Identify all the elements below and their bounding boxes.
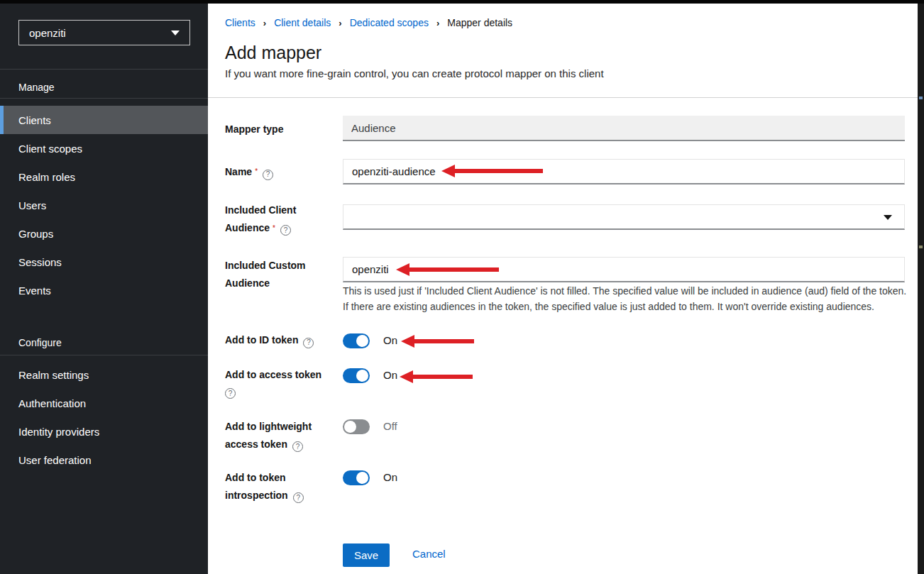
sidebar-item-sessions[interactable]: Sessions <box>0 248 208 276</box>
realm-selector-value: openziti <box>29 27 66 39</box>
included-custom-audience-input[interactable] <box>343 257 905 282</box>
page-title: Add mapper <box>225 43 321 63</box>
sidebar-divider <box>0 355 208 355</box>
sidebar-item-events[interactable]: Events <box>0 276 208 304</box>
breadcrumb-current: Mapper details <box>447 17 512 28</box>
nav-section-manage: Manage <box>18 82 55 93</box>
save-button[interactable]: Save <box>343 543 390 567</box>
sidebar-item-identity-providers[interactable]: Identity providers <box>0 417 208 446</box>
name-field-wrap <box>343 159 905 184</box>
included-client-audience-label: Included Client Audience*? <box>225 202 337 237</box>
sidebar-item-client-scopes[interactable]: Client scopes <box>0 134 208 162</box>
page-subtitle: If you want more fine-grain control, you… <box>225 67 604 79</box>
help-icon[interactable]: ? <box>303 338 314 348</box>
mapper-type-field-wrap <box>343 116 905 141</box>
add-to-id-token-toggle[interactable] <box>343 333 370 348</box>
annotation-arrow-access-token <box>400 370 473 383</box>
realm-selector[interactable]: openziti <box>18 20 190 45</box>
breadcrumb: Clients › Client details › Dedicated sco… <box>225 17 512 28</box>
help-icon[interactable]: ? <box>293 492 304 503</box>
help-icon[interactable]: ? <box>292 441 303 452</box>
cancel-button[interactable]: Cancel <box>412 546 446 562</box>
help-icon[interactable]: ? <box>263 170 273 180</box>
main-content: Clients › Client details › Dedicated sco… <box>208 4 918 574</box>
scrollbar[interactable] <box>918 4 924 574</box>
breadcrumb-separator: › <box>436 18 439 28</box>
nav-section-configure: Configure <box>18 337 62 348</box>
name-input[interactable] <box>343 159 905 184</box>
scrollbar-mark <box>919 245 923 248</box>
mapper-type-label: Mapper type <box>225 121 337 137</box>
scrollbar-mark <box>919 96 923 99</box>
add-to-id-token-label: Add to ID token? <box>225 332 337 348</box>
required-asterisk: * <box>255 167 258 175</box>
included-custom-audience-label: Included Custom Audience <box>225 257 337 292</box>
included-client-audience-field-wrap <box>343 204 905 230</box>
header-divider <box>208 97 918 98</box>
breadcrumb-separator: › <box>339 18 341 28</box>
add-to-lightweight-label: Add to lightweight access token? <box>225 418 337 453</box>
add-to-introspection-toggle[interactable] <box>343 470 370 485</box>
help-icon[interactable]: ? <box>225 388 236 399</box>
nav-configure-list: Realm settings Authentication Identity p… <box>0 360 208 474</box>
sidebar-item-realm-settings[interactable]: Realm settings <box>0 360 208 389</box>
add-to-introspection-label: Add to token introspection? <box>225 469 337 504</box>
sidebar-item-user-federation[interactable]: User federation <box>0 446 208 474</box>
sidebar: openziti Manage Clients Client scopes Re… <box>0 4 208 574</box>
nav-manage-list: Clients Client scopes Realm roles Users … <box>0 106 208 304</box>
add-to-lightweight-state: Off <box>383 419 397 434</box>
breadcrumb-link-dedicated-scopes[interactable]: Dedicated scopes <box>350 17 429 28</box>
included-custom-audience-help-text: This is used just if 'Included Client Au… <box>343 283 909 314</box>
sidebar-item-authentication[interactable]: Authentication <box>0 389 208 417</box>
add-to-access-token-state: On <box>383 368 397 383</box>
add-to-id-token-state: On <box>383 333 397 348</box>
sidebar-item-users[interactable]: Users <box>0 191 208 219</box>
breadcrumb-separator: › <box>263 18 266 28</box>
required-asterisk: * <box>273 224 275 232</box>
name-label: Name*? <box>225 164 337 180</box>
sidebar-divider <box>0 69 208 70</box>
included-custom-audience-field-wrap <box>343 257 905 282</box>
sidebar-divider <box>0 98 208 99</box>
sidebar-item-groups[interactable]: Groups <box>0 219 208 248</box>
breadcrumb-link-clients[interactable]: Clients <box>225 17 255 28</box>
annotation-arrow-id-token <box>401 335 474 348</box>
sidebar-item-realm-roles[interactable]: Realm roles <box>0 162 208 191</box>
add-to-introspection-state: On <box>383 470 397 485</box>
help-icon[interactable]: ? <box>280 225 291 236</box>
breadcrumb-link-client-details[interactable]: Client details <box>274 17 331 28</box>
add-to-lightweight-toggle[interactable] <box>343 419 370 434</box>
mapper-type-input <box>343 116 905 141</box>
included-client-audience-combobox[interactable] <box>343 204 905 230</box>
keycloak-admin-console: openziti Manage Clients Client scopes Re… <box>0 0 924 574</box>
arrow-head-icon <box>400 370 413 383</box>
chevron-down-icon <box>171 31 180 35</box>
add-to-access-token-toggle[interactable] <box>343 368 370 383</box>
sidebar-item-clients[interactable]: Clients <box>0 106 208 134</box>
arrow-head-icon <box>401 335 414 348</box>
add-to-access-token-label: Add to access token ? <box>225 367 337 399</box>
